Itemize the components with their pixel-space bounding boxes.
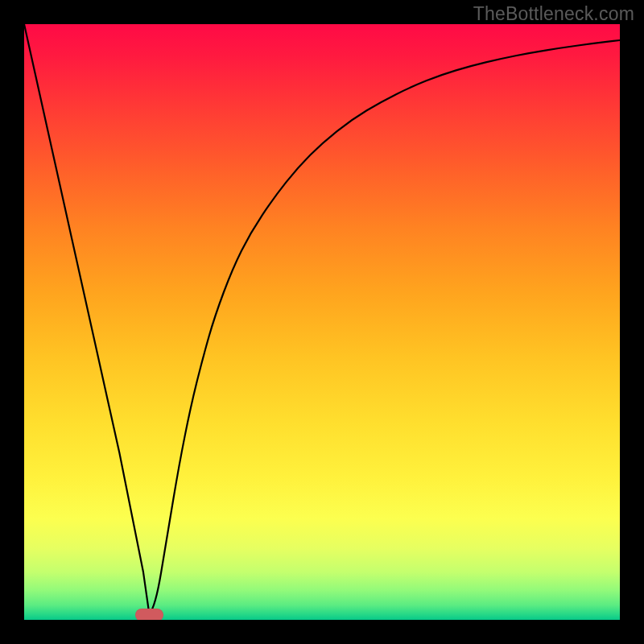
curve-right-branch	[149, 40, 620, 614]
watermark-text: TheBottleneck.com	[473, 3, 634, 25]
bottleneck-curve	[24, 24, 620, 620]
chart-container: TheBottleneck.com	[0, 0, 644, 644]
plot-area	[24, 24, 620, 620]
curve-left-branch	[24, 24, 149, 614]
optimum-marker	[135, 609, 164, 620]
